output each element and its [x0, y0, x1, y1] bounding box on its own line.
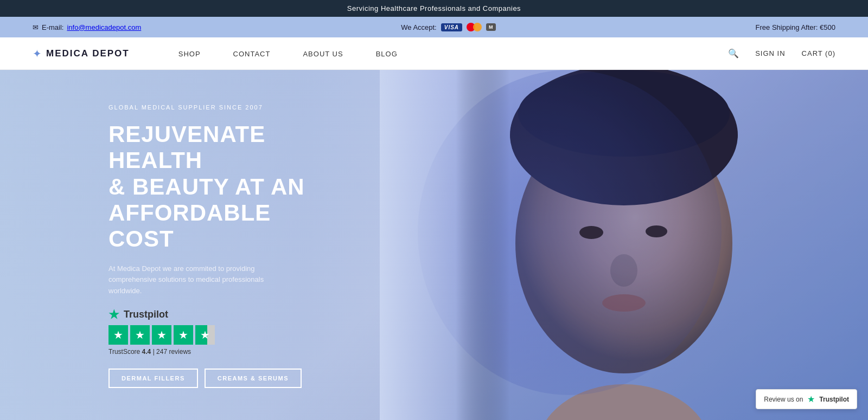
logo-text: MEDICA DEPOT: [46, 48, 130, 59]
mastercard-icon: [467, 22, 482, 32]
visa-icon: VISA: [441, 23, 462, 31]
star-5-half: ★: [195, 325, 215, 345]
review-badge-text: Review us on: [764, 396, 803, 403]
nav-right: 🔍 SIGN IN CART (0): [728, 48, 835, 59]
star-3: ★: [152, 325, 171, 345]
trustpilot-star-icon: ★: [108, 308, 119, 322]
trustscore-text: TrustScore 4.4 | 247 reviews: [108, 348, 326, 356]
payment-label: We Accept:: [401, 23, 437, 31]
nav-contact[interactable]: CONTACT: [217, 49, 287, 59]
star-1: ★: [108, 325, 128, 345]
dermal-fillers-button[interactable]: DERMAL FILLERS: [108, 369, 198, 388]
announcement-text: Servicing Healthcare Professionals and C…: [347, 4, 521, 12]
creams-serums-button[interactable]: CREAMS & SERUMS: [205, 369, 302, 388]
svg-rect-11: [380, 70, 597, 420]
hero-buttons: DERMAL FILLERS CREAMS & SERUMS: [108, 369, 326, 388]
cart-link[interactable]: CART (0): [802, 49, 835, 57]
hero-subtitle: GLOBAL MEDICAL SUPPLIER SINCE 2007: [108, 104, 326, 111]
trustpilot-section: ★ Trustpilot ★ ★ ★ ★ ★ TrustScore 4.4 | …: [108, 308, 326, 356]
info-bar: E-mail: info@medicadepot.com We Accept: …: [0, 17, 868, 37]
star-2: ★: [130, 325, 150, 345]
hero-section: GLOBAL MEDICAL SUPPLIER SINCE 2007 REJUV…: [0, 70, 868, 420]
navbar: ✦ MEDICA DEPOT SHOP CONTACT ABOUT US BLO…: [0, 37, 868, 70]
nav-links: SHOP CONTACT ABOUT US BLOG: [162, 49, 728, 59]
announcement-bar: Servicing Healthcare Professionals and C…: [0, 0, 868, 17]
review-badge[interactable]: Review us on ★ Trustpilot: [756, 389, 857, 409]
nav-about[interactable]: ABOUT US: [286, 49, 359, 59]
logo-icon: ✦: [33, 47, 42, 60]
email-link[interactable]: info@medicadepot.com: [67, 23, 141, 31]
search-button[interactable]: 🔍: [728, 48, 739, 59]
email-section: E-mail: info@medicadepot.com: [33, 23, 141, 31]
stars-row: ★ ★ ★ ★ ★: [108, 325, 326, 345]
signin-link[interactable]: SIGN IN: [755, 49, 785, 57]
shipping-text: Free Shipping After: €500: [756, 23, 835, 31]
logo-link[interactable]: ✦ MEDICA DEPOT: [33, 47, 130, 60]
hero-image-area: [380, 70, 868, 420]
nav-blog[interactable]: BLOG: [360, 49, 414, 59]
envelope-icon: [33, 23, 39, 31]
payment-section: We Accept: VISA M: [401, 22, 495, 32]
star-4: ★: [174, 325, 193, 345]
review-badge-brand: Trustpilot: [819, 396, 849, 403]
nav-shop[interactable]: SHOP: [162, 49, 217, 59]
email-label: E-mail:: [42, 23, 63, 31]
review-badge-star: ★: [807, 394, 815, 404]
hero-svg: [380, 70, 868, 420]
hero-title: REJUVENATE HEALTH & BEAUTY AT AN AFFORDA…: [108, 121, 326, 252]
hero-content: GLOBAL MEDICAL SUPPLIER SINCE 2007 REJUV…: [0, 104, 326, 388]
hero-description: At Medica Depot we are commited to provi…: [108, 263, 293, 297]
maestro-icon: M: [486, 23, 496, 31]
trustpilot-logo: ★ Trustpilot: [108, 308, 326, 322]
